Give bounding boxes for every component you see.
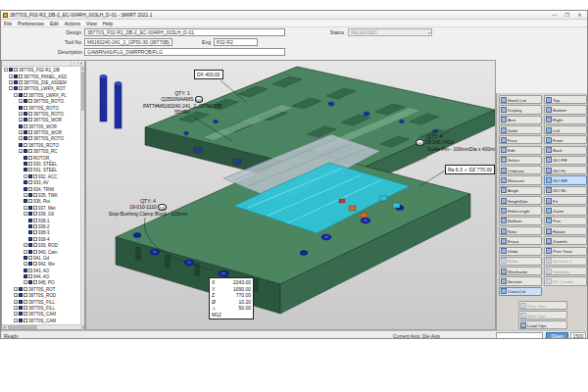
button-erase[interactable]: Erase [499, 236, 542, 245]
button-back[interactable]: Back [544, 146, 587, 155]
visibility-checkbox[interactable] [24, 143, 27, 147]
status-dropdown[interactable]: RELEASED ▾ [348, 28, 432, 36]
button-ordinate[interactable]: Ordinate [499, 166, 542, 174]
expand-icon[interactable]: + [9, 80, 13, 84]
button-note[interactable]: Note [499, 226, 542, 235]
collapse-icon[interactable]: - [9, 86, 13, 90]
visibility-checkbox[interactable] [28, 99, 32, 103]
expand-icon[interactable]: + [19, 149, 23, 153]
expand-icon[interactable]: + [14, 293, 18, 297]
visibility-checkbox[interactable] [28, 199, 32, 203]
visibility-checkbox[interactable] [24, 312, 27, 316]
visibility-checkbox[interactable] [28, 162, 32, 166]
tree-horizontal-scrollbar[interactable]: ◄ ► [2, 324, 85, 329]
button-bottom[interactable]: Bottom [544, 105, 587, 114]
visibility-checkbox[interactable] [28, 130, 32, 134]
button-rotate[interactable]: Rotate [544, 226, 587, 235]
button-crosscut[interactable]: CrossCut [499, 287, 542, 296]
visibility-checkbox[interactable] [19, 74, 23, 78]
button-display[interactable]: Display [499, 105, 542, 114]
visibility-checkbox[interactable] [33, 237, 37, 241]
button-right[interactable]: Right [544, 116, 587, 124]
visibility-checkbox[interactable] [24, 300, 27, 304]
visibility-checkbox[interactable] [28, 118, 32, 122]
button-front[interactable]: Front [544, 135, 587, 144]
maximize-button[interactable]: ❐ [561, 11, 573, 20]
visibility-checkbox[interactable] [24, 93, 27, 97]
visibility-checkbox[interactable] [28, 136, 32, 140]
visibility-checkbox[interactable] [24, 124, 27, 128]
open-button[interactable]: Open [546, 332, 568, 339]
expand-icon[interactable]: + [14, 300, 18, 304]
collapse-icon[interactable]: - [4, 68, 8, 72]
button-section[interactable]: Section [499, 276, 542, 285]
expand-icon[interactable]: + [19, 99, 23, 103]
button-left[interactable]: Left [544, 125, 587, 134]
visibility-checkbox[interactable] [28, 187, 32, 191]
close-button[interactable]: ✕ [573, 11, 586, 20]
visibility-checkbox[interactable] [28, 269, 32, 272]
visibility-checkbox[interactable] [14, 68, 18, 72]
expand-icon[interactable]: + [19, 136, 23, 140]
menu-edit[interactable]: Edit [47, 21, 62, 26]
button-measure[interactable]: Measure [499, 175, 542, 184]
button-pan[interactable]: Pan [544, 217, 587, 225]
expand-icon[interactable]: + [24, 243, 27, 247]
menu-help[interactable]: Help [100, 21, 116, 26]
visibility-checkbox[interactable] [24, 287, 27, 291]
button-zoomin[interactable]: ZoomIn [544, 236, 587, 245]
button-iso-bl[interactable]: ISO BL [544, 186, 587, 195]
button-iso-br[interactable]: ISO BR [544, 175, 587, 184]
menu-file[interactable]: File [1, 21, 15, 26]
visibility-checkbox[interactable] [24, 293, 27, 297]
visibility-checkbox[interactable] [33, 206, 37, 210]
visibility-checkbox[interactable] [33, 212, 37, 216]
eng-field[interactable]: F02-R2 [214, 38, 258, 46]
collapse-icon[interactable]: - [24, 212, 27, 216]
expand-icon[interactable]: + [24, 193, 27, 197]
expand-icon[interactable]: + [9, 74, 13, 78]
scroll-thumb[interactable] [8, 325, 37, 329]
button-edit[interactable]: Edit [499, 146, 542, 155]
visibility-checkbox[interactable] [33, 174, 37, 178]
expand-icon[interactable]: + [24, 250, 27, 254]
tree-item[interactable]: +38770S_CAM [2, 318, 80, 323]
expand-icon[interactable]: + [19, 130, 23, 134]
visibility-checkbox[interactable] [19, 80, 23, 84]
button-fit[interactable]: Fit [544, 196, 587, 205]
expand-icon[interactable]: + [19, 112, 23, 116]
expand-icon[interactable]: + [14, 318, 18, 322]
3d-viewport[interactable]: DX 400.00 QTY: 1 Q2500NAAMS 505 PATT#M61… [85, 60, 496, 330]
menu-preferences[interactable]: Preferences [15, 21, 47, 26]
button-angle[interactable]: Angle [499, 186, 542, 195]
menu-view[interactable]: View [83, 21, 100, 26]
visibility-checkbox[interactable] [24, 318, 27, 322]
expand-icon[interactable]: + [14, 287, 18, 291]
scroll-up-icon[interactable]: ▲ [81, 67, 84, 71]
button-undo[interactable]: Undo [499, 247, 542, 256]
button-select[interactable]: Select [499, 156, 542, 165]
visibility-checkbox[interactable] [28, 180, 32, 184]
button-heightdim[interactable]: HeightDim [499, 196, 542, 205]
visibility-checkbox[interactable] [28, 112, 32, 116]
expand-icon[interactable]: + [24, 174, 27, 178]
visibility-checkbox[interactable] [28, 156, 32, 160]
expand-icon[interactable]: + [14, 312, 18, 316]
visibility-checkbox[interactable] [33, 230, 37, 234]
button-holelength[interactable]: HoleLength [499, 206, 542, 215]
visibility-checkbox[interactable] [33, 243, 37, 247]
visibility-checkbox[interactable] [33, 224, 37, 228]
visibility-checkbox[interactable] [33, 262, 37, 266]
description-field[interactable]: GAWRNAS/FLG_DWRPROB/FLG [84, 48, 285, 56]
expand-icon[interactable]: + [24, 280, 27, 284]
button-stock-list[interactable]: Stock List [499, 95, 542, 104]
visibility-checkbox[interactable] [19, 86, 23, 90]
expand-icon[interactable]: + [24, 206, 27, 210]
visibility-checkbox[interactable] [33, 193, 37, 197]
button-load-opn[interactable]: Load Opn [518, 320, 567, 329]
button-solid[interactable]: Solid [499, 125, 542, 134]
visibility-checkbox[interactable] [33, 250, 37, 254]
button-wireframe[interactable]: Wireframe [499, 267, 542, 275]
visibility-checkbox[interactable] [28, 149, 32, 153]
menu-actions[interactable]: Actions [62, 21, 83, 26]
